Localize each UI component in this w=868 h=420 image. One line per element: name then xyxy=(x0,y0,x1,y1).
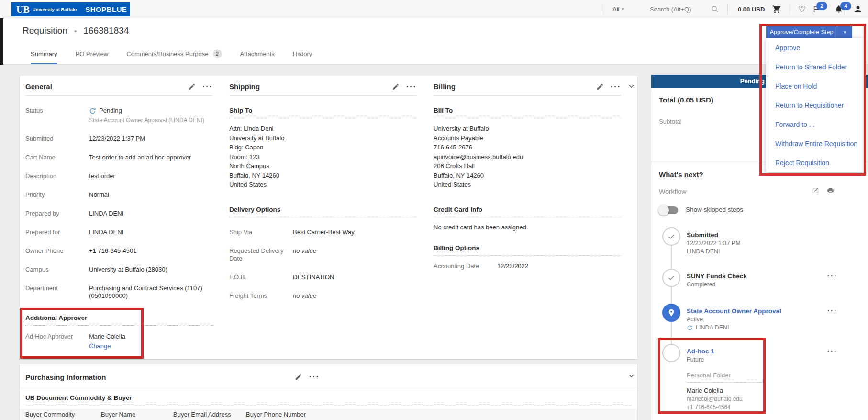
field-value: University at Buffalo (28030) xyxy=(89,266,167,273)
ub-logo-icon: UB xyxy=(16,5,30,14)
menu-item-forward-to[interactable]: Forward to ... xyxy=(766,115,864,134)
step-title-link[interactable]: State Account Owner Approval xyxy=(687,307,840,315)
favorites-heart-icon[interactable]: ♡ xyxy=(798,0,806,18)
address-line: University at Buffalo xyxy=(434,124,621,134)
flag-count-badge[interactable]: 2 xyxy=(816,2,827,10)
field-row: Prepared byLINDA DENI xyxy=(25,210,213,217)
address-line: 716-645-2676 xyxy=(434,143,621,152)
collapse-chevron-icon[interactable] xyxy=(628,82,635,90)
shipping-section: Shipping ··· Ship To Attn: Linda Deni Un… xyxy=(229,82,417,300)
future-step-circle-icon xyxy=(662,344,680,362)
open-workflow-external-icon[interactable] xyxy=(812,187,819,194)
workflow-step-state-account-owner-approval: State Account Owner Approval Active LIND… xyxy=(662,304,844,322)
step-status: Future xyxy=(687,356,840,363)
shipping-title: Shipping xyxy=(229,82,260,91)
address-line: Accounts Payable xyxy=(434,134,621,143)
tab-po-preview[interactable]: PO Preview xyxy=(76,43,109,64)
field-label: Cart Name xyxy=(25,154,89,161)
column-header: Buyer Phone Number xyxy=(246,411,306,418)
tab-comments[interactable]: Comments/Business Purpose 2 xyxy=(126,43,222,64)
field-row: CampusUniversity at Buffalo (28030) xyxy=(25,266,213,273)
tab-summary[interactable]: Summary xyxy=(31,43,57,64)
search-field[interactable] xyxy=(650,0,706,18)
section-more-icon[interactable]: ··· xyxy=(202,84,213,89)
topbar-divider xyxy=(789,3,789,15)
personal-folder-label: Personal Folder xyxy=(687,372,765,383)
shopblue-logo[interactable]: UB University at Buffalo SHOPBLUE xyxy=(11,2,130,16)
window-edge xyxy=(0,18,3,65)
approve-complete-step-button[interactable]: Approve/Complete Step ▾ xyxy=(766,26,852,38)
field-value: no value xyxy=(293,247,316,255)
search-scope-select[interactable]: All ▾ xyxy=(612,0,624,18)
column-header: Buyer Name xyxy=(101,411,135,418)
step-more-icon[interactable]: ··· xyxy=(827,272,837,280)
column-header: Buyer Commodity xyxy=(25,411,75,418)
step-more-icon[interactable]: ··· xyxy=(827,306,837,315)
status-substep: State Account Owner Approval (LINDA DENI… xyxy=(89,116,204,124)
menu-item-reject-requisition[interactable]: Reject Requisition xyxy=(766,153,864,172)
menu-item-return-to-requisitioner[interactable]: Return to Requisitioner xyxy=(766,96,864,115)
workflow-step-suny-funds-check: SUNY Funds Check Completed xyxy=(662,269,844,287)
delivery-options-title: Delivery Options xyxy=(229,206,417,217)
show-skipped-steps-toggle[interactable] xyxy=(659,206,678,214)
general-title: General xyxy=(25,82,52,91)
address-line: Bldg: Capen xyxy=(229,143,417,152)
tab-attachments[interactable]: Attachments xyxy=(240,43,275,64)
field-row: Descriptiontest order xyxy=(25,172,213,180)
search-icon[interactable] xyxy=(711,0,719,18)
step-timestamp: 12/23/2022 1:37 PM xyxy=(687,240,840,247)
edit-pencil-icon[interactable] xyxy=(392,83,400,91)
menu-item-return-to-shared-folder[interactable]: Return to Shared Folder xyxy=(766,57,864,77)
approve-button-label[interactable]: Approve/Complete Step xyxy=(766,26,837,38)
tab-label: PO Preview xyxy=(76,50,109,57)
section-more-icon[interactable]: ··· xyxy=(406,84,417,89)
field-row: Submitted12/23/2022 1:37 PM xyxy=(25,135,213,143)
field-row: DepartmentPurchasing and Contract Servic… xyxy=(25,284,213,300)
change-approver-link[interactable]: Change xyxy=(89,342,125,350)
bill-to-address: University at Buffalo Accounts Payable 7… xyxy=(434,124,621,190)
field-value: Normal xyxy=(89,191,109,199)
check-circle-icon xyxy=(662,269,680,287)
additional-approver-title: Additional Approver xyxy=(25,314,213,326)
credit-card-text: No credit card has been assigned. xyxy=(434,224,621,231)
notifications-count-badge[interactable]: 4 xyxy=(840,2,851,10)
search-scope-value: All xyxy=(612,6,619,13)
search-input[interactable] xyxy=(650,6,706,13)
edit-pencil-icon[interactable] xyxy=(295,373,302,381)
active-step-pin-icon xyxy=(662,304,680,322)
step-more-icon[interactable]: ··· xyxy=(827,347,837,355)
menu-item-withdraw-entire-requisition[interactable]: Withdraw Entire Requisition xyxy=(766,134,864,153)
field-value: LINDA DENI xyxy=(89,210,123,217)
cart-icon[interactable] xyxy=(772,0,781,18)
field-row: Cart NameTest order to add an ad hoc app… xyxy=(25,154,213,161)
summary-card: General ··· Status Pending State Account… xyxy=(20,76,637,359)
approve-dropdown-arrow[interactable]: ▾ xyxy=(837,26,852,38)
credit-card-title: Credit Card Info xyxy=(434,206,621,217)
field-label: Accounting Date xyxy=(434,262,497,270)
status-row: Status Pending State Account Owner Appro… xyxy=(25,107,213,124)
section-more-icon[interactable]: ··· xyxy=(309,375,320,379)
field-row: Owner Phone+1 716-645-4501 xyxy=(25,247,213,255)
user-profile-icon[interactable] xyxy=(854,0,862,18)
title-bullet: • xyxy=(74,27,77,35)
field-label: Ad-Hoc Approver xyxy=(25,333,89,341)
menu-item-place-on-hold[interactable]: Place on Hold xyxy=(766,77,864,96)
tab-label: History xyxy=(293,50,312,57)
topbar-divider xyxy=(727,3,728,15)
print-workflow-icon[interactable] xyxy=(827,187,834,194)
chevron-down-icon: ▾ xyxy=(622,7,624,11)
edit-pencil-icon[interactable] xyxy=(596,83,604,91)
step-title-link[interactable]: Ad-hoc 1 xyxy=(687,348,840,355)
menu-item-approve[interactable]: Approve xyxy=(766,38,864,57)
collapse-chevron-icon[interactable] xyxy=(628,372,635,379)
cart-total[interactable]: 0.00 USD xyxy=(738,0,765,18)
tab-history[interactable]: History xyxy=(293,43,312,64)
address-line: Buffalo, NY 14260 xyxy=(229,171,417,181)
adhoc-approver-name: Marie Colella xyxy=(89,333,125,341)
address-line: University at Buffalo xyxy=(229,134,417,143)
tab-label: Comments/Business Purpose xyxy=(126,50,208,57)
field-value: DESTINATION xyxy=(293,273,334,281)
edit-pencil-icon[interactable] xyxy=(188,83,196,91)
address-line: Attn: Linda Deni xyxy=(229,124,417,134)
section-more-icon[interactable]: ··· xyxy=(611,84,621,89)
